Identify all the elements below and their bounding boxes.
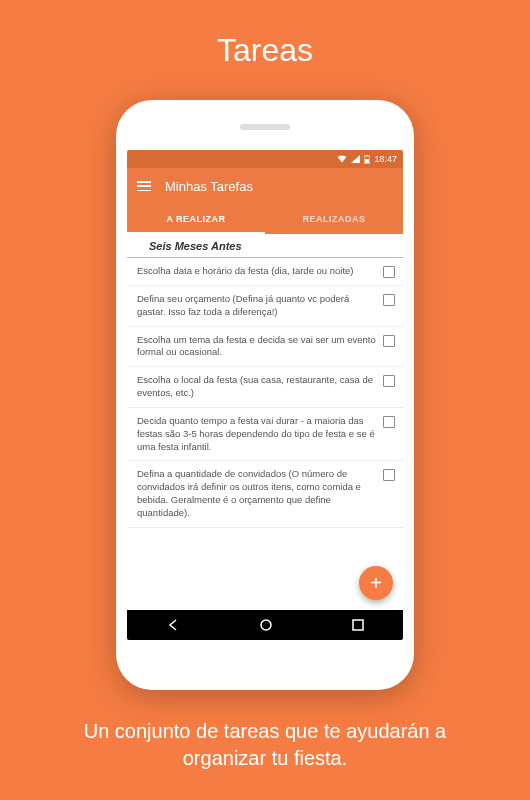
checkbox[interactable] [383,375,395,387]
tabs: A REALIZAR REALIZADAS [127,204,403,234]
page-subtitle: Un conjunto de tareas que te ayudarán a … [0,718,530,772]
task-text: Decida quanto tempo a festa vai durar - … [137,415,377,453]
checkbox[interactable] [383,266,395,278]
signal-icon [351,155,360,163]
page-title: Tareas [0,0,530,69]
task-item[interactable]: Escolha o local da festa (sua casa, rest… [127,367,403,408]
status-bar: 18:47 [127,150,403,168]
nav-bar [127,610,403,640]
svg-rect-1 [366,155,368,156]
section-header: Seis Meses Antes [127,234,403,258]
back-icon[interactable] [166,618,180,632]
tab-a-realizar[interactable]: A REALIZAR [127,204,265,234]
tab-realizadas[interactable]: REALIZADAS [265,204,403,234]
task-text: Escolha data e horário da festa (dia, ta… [137,265,377,278]
status-time: 18:47 [374,154,397,164]
content-area[interactable]: Seis Meses Antes Escolha data e horário … [127,234,403,610]
task-list: Escolha data e horário da festa (dia, ta… [127,258,403,528]
task-item[interactable]: Escolha um tema da festa e decida se vai… [127,327,403,368]
screen: 18:47 Minhas Tarefas A REALIZAR REALIZAD… [127,150,403,640]
battery-icon [364,155,370,164]
menu-icon[interactable] [137,181,151,191]
task-text: Defina a quantidade de convidados (O núm… [137,468,377,519]
recent-icon[interactable] [352,619,364,631]
wifi-icon [337,155,347,163]
task-item[interactable]: Defina a quantidade de convidados (O núm… [127,461,403,527]
home-icon[interactable] [259,618,273,632]
phone-speaker [240,124,290,130]
checkbox[interactable] [383,294,395,306]
checkbox[interactable] [383,416,395,428]
task-text: Escolha o local da festa (sua casa, rest… [137,374,377,400]
task-item[interactable]: Defina seu orçamento (Defina já quanto v… [127,286,403,327]
svg-point-3 [261,620,271,630]
app-bar: Minhas Tarefas [127,168,403,204]
task-item[interactable]: Escolha data e horário da festa (dia, ta… [127,258,403,286]
checkbox[interactable] [383,335,395,347]
task-item[interactable]: Decida quanto tempo a festa vai durar - … [127,408,403,461]
app-title: Minhas Tarefas [165,179,253,194]
task-text: Defina seu orçamento (Defina já quanto v… [137,293,377,319]
phone-frame: 18:47 Minhas Tarefas A REALIZAR REALIZAD… [116,100,414,690]
svg-rect-2 [365,159,369,163]
svg-rect-4 [353,620,363,630]
task-text: Escolha um tema da festa e decida se vai… [137,334,377,360]
checkbox[interactable] [383,469,395,481]
add-task-fab[interactable]: + [359,566,393,600]
